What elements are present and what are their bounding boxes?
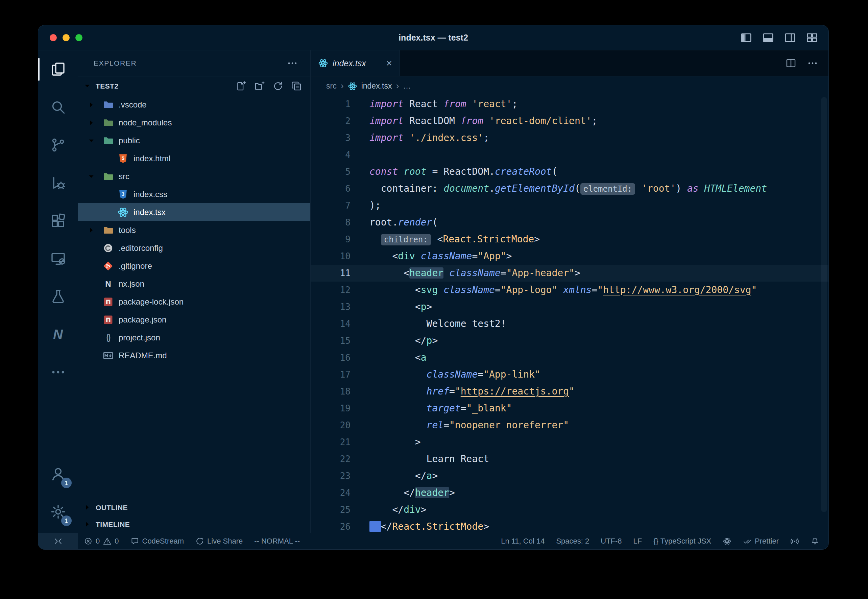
activity-settings[interactable]: 1 (38, 493, 78, 531)
code-line-16[interactable]: 16 <a (311, 349, 829, 366)
code-line-1[interactable]: 1import React from 'react'; (311, 96, 829, 113)
tree-item-project.json[interactable]: {}project.json (78, 328, 310, 346)
code-line-22[interactable]: 22 Learn React (311, 451, 829, 468)
tree-item-public[interactable]: public (78, 131, 310, 149)
outline-section-header[interactable]: OUTLINE (78, 499, 310, 516)
split-editor-icon[interactable] (785, 57, 797, 69)
tree-item-package.json[interactable]: package.json (78, 311, 310, 328)
code-line-12[interactable]: 12 <svg className="App-logo" xmlns="http… (311, 281, 829, 298)
line-content: <a (351, 349, 427, 366)
breadcrumb-symbol[interactable]: … (403, 81, 411, 90)
activity-run-and-debug[interactable] (38, 164, 78, 202)
customize-layout-icon[interactable] (806, 32, 818, 44)
code-line-21[interactable]: 21 > (311, 434, 829, 451)
tree-item-src[interactable]: src (78, 167, 310, 185)
line-number: 1 (311, 96, 351, 113)
code-line-2[interactable]: 2import ReactDOM from 'react-dom/client'… (311, 113, 829, 129)
code-line-17[interactable]: 17 className="App-link" (311, 366, 829, 383)
status-vim-mode[interactable]: -- NORMAL -- (248, 533, 305, 549)
code-line-13[interactable]: 13 <p> (311, 298, 829, 315)
code-line-26[interactable]: 26 </React.StrictMode> (311, 518, 829, 533)
status-problems[interactable]: 00 (78, 533, 125, 549)
explorer-more-actions-icon[interactable] (287, 57, 298, 69)
timeline-section-header[interactable]: TIMELINE (78, 516, 310, 533)
toggle-panel-icon[interactable] (762, 32, 775, 44)
status-remote-indicator[interactable] (38, 533, 78, 549)
tree-item-package-lock.json[interactable]: package-lock.json (78, 293, 310, 311)
line-content: className="App-link" (351, 366, 540, 383)
status-indentation[interactable]: Spaces: 2 (550, 533, 595, 549)
code-line-18[interactable]: 18 href="https://reactjs.org" (311, 383, 829, 400)
status-prettier[interactable]: Prettier (737, 533, 785, 549)
activity-nx-console[interactable]: N (38, 315, 78, 353)
status-encoding[interactable]: UTF-8 (595, 533, 627, 549)
activity-more-views[interactable] (38, 353, 78, 391)
tree-item-index.css[interactable]: 3index.css (78, 185, 310, 203)
breadcrumb-file[interactable]: index.tsx (361, 81, 392, 90)
toggle-primary-sidebar-icon[interactable] (740, 32, 752, 44)
close-window-button[interactable] (50, 34, 57, 41)
activity-search[interactable] (38, 88, 78, 126)
tree-item-.gitignore[interactable]: .gitignore (78, 257, 310, 275)
activity-explorer[interactable] (38, 50, 78, 88)
window-title: index.tsx — test2 (399, 33, 468, 42)
tree-item-README.md[interactable]: README.md (78, 346, 310, 364)
new-file-icon[interactable] (235, 80, 247, 92)
code-line-9[interactable]: 9 children: <React.StrictMode> (311, 231, 829, 248)
code-line-19[interactable]: 19 target="_blank" (311, 400, 829, 417)
tab-index-tsx[interactable]: index.tsx × (311, 50, 400, 76)
tree-item-.vscode[interactable]: .vscode (78, 96, 310, 114)
new-folder-icon[interactable] (254, 80, 265, 92)
status-react-status[interactable] (717, 533, 737, 549)
code-line-10[interactable]: 10 <div className="App"> (311, 248, 829, 265)
status-live-share[interactable]: Live Share (190, 533, 248, 549)
code-line-14[interactable]: 14 Welcome test2! (311, 315, 829, 332)
tree-item-index.html[interactable]: 5index.html (78, 149, 310, 167)
status-language-mode[interactable]: {} TypeScript JSX (648, 533, 717, 549)
activity-remote-explorer[interactable] (38, 240, 78, 277)
close-tab-icon[interactable]: × (386, 58, 392, 68)
activity-testing[interactable] (38, 277, 78, 315)
code-line-6[interactable]: 6 container: document.getElementById(ele… (311, 180, 829, 197)
explorer-section-header[interactable]: TEST2 (78, 77, 310, 96)
activity-accounts[interactable]: 1 (38, 455, 78, 493)
code-line-20[interactable]: 20 rel="noopener noreferrer" (311, 417, 829, 434)
code-line-23[interactable]: 23 </a> (311, 468, 829, 485)
code-line-7[interactable]: 7); (311, 197, 829, 214)
code-line-4[interactable]: 4 (311, 146, 829, 163)
toggle-secondary-sidebar-icon[interactable] (784, 32, 796, 44)
line-content: root.render( (351, 214, 438, 231)
collapse-folders-icon[interactable] (291, 80, 302, 92)
titlebar[interactable]: index.tsx — test2 (38, 26, 829, 50)
breadcrumb: src › index.tsx › … (311, 77, 829, 96)
code-line-5[interactable]: 5const root = ReactDOM.createRoot( (311, 163, 829, 180)
activity-source-control[interactable] (38, 126, 78, 164)
code-line-8[interactable]: 8root.render( (311, 214, 829, 231)
status-codestream[interactable]: CodeStream (125, 533, 190, 549)
zoom-window-button[interactable] (75, 34, 83, 41)
status-broadcast[interactable] (785, 533, 805, 549)
minimize-window-button[interactable] (63, 34, 70, 41)
code-editor[interactable]: 1import React from 'react';2import React… (311, 96, 829, 533)
status-notifications[interactable] (805, 533, 825, 549)
line-number: 20 (311, 417, 351, 434)
tree-item-tools[interactable]: tools (78, 221, 310, 239)
line-number: 9 (311, 231, 351, 248)
editor-scrollbar[interactable] (821, 97, 827, 512)
status-cursor-position[interactable]: Ln 11, Col 14 (495, 533, 550, 549)
breadcrumb-folder[interactable]: src (326, 81, 337, 90)
code-line-24[interactable]: 24 </header> (311, 485, 829, 501)
tree-item-.editorconfig[interactable]: .editorconfig (78, 239, 310, 257)
tree-item-nx.json[interactable]: Nnx.json (78, 275, 310, 293)
line-number: 13 (311, 298, 351, 315)
code-line-25[interactable]: 25 </div> (311, 501, 829, 518)
status-eol[interactable]: LF (628, 533, 648, 549)
tree-item-node_modules[interactable]: node_modules (78, 114, 310, 131)
tree-item-index.tsx[interactable]: index.tsx (78, 203, 310, 221)
activity-extensions[interactable] (38, 202, 78, 240)
editor-more-actions-icon[interactable] (807, 57, 818, 69)
code-line-3[interactable]: 3import './index.css'; (311, 129, 829, 146)
code-line-15[interactable]: 15 </p> (311, 332, 829, 349)
code-line-11[interactable]: 11 <header className="App-header"> (311, 265, 829, 281)
refresh-explorer-icon[interactable] (272, 80, 284, 92)
